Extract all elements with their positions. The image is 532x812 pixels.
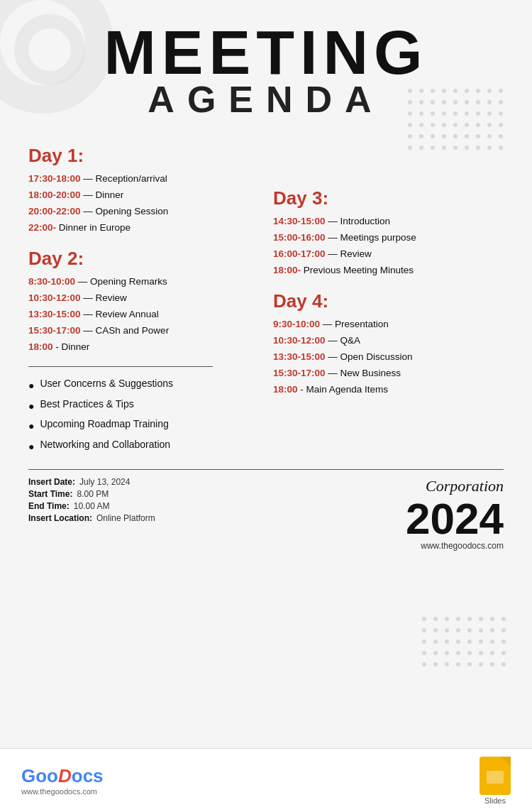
desc: — Presentation bbox=[320, 319, 389, 329]
goodocs-brand-name: GooDocs bbox=[21, 765, 104, 787]
svg-point-30 bbox=[442, 123, 446, 127]
desc: — CASh and Power bbox=[81, 325, 170, 336]
schedule-item: 18:00-20:00 — Dinner bbox=[28, 187, 259, 204]
schedule-item: 18:00 - Dinner bbox=[28, 339, 259, 356]
svg-point-74 bbox=[467, 640, 472, 644]
dot-pattern-br bbox=[419, 613, 511, 677]
svg-point-61 bbox=[501, 617, 506, 621]
svg-point-33 bbox=[476, 123, 480, 127]
goodocs-logo: GooDocs www.thegoodocs.com bbox=[21, 765, 104, 796]
svg-point-63 bbox=[433, 628, 438, 632]
desc: — New Business bbox=[326, 368, 401, 378]
time: 13:30-15:00 bbox=[28, 309, 81, 319]
svg-point-88 bbox=[445, 662, 449, 666]
time: 18:00- bbox=[273, 265, 301, 275]
slides-icon-wrap: Slides bbox=[480, 757, 511, 805]
svg-point-66 bbox=[467, 628, 472, 632]
title-agenda: AGENDA bbox=[28, 78, 504, 121]
year-text: 2024 bbox=[406, 497, 504, 541]
schedule-item: 18:00 - Main Agenda Items bbox=[273, 382, 504, 398]
bullet-item: Best Practices & Tips bbox=[28, 396, 259, 416]
day2-schedule: 8:30-10:00 — Opening Remarks10:30-12:00 … bbox=[28, 274, 259, 356]
field-label: End Time: bbox=[28, 501, 70, 511]
footer-field: End Time:10.00 AM bbox=[28, 501, 259, 511]
time: 10:30-12:00 bbox=[273, 335, 326, 346]
svg-point-67 bbox=[479, 628, 483, 632]
desc: — Reception/arrival bbox=[81, 173, 167, 184]
time: 9:30-10:00 bbox=[273, 319, 320, 329]
field-label: Start Time: bbox=[28, 489, 72, 499]
schedule-item: 15:30-17:00 — CASh and Power bbox=[28, 323, 259, 339]
goodocs-url: www.thegoodocs.com bbox=[21, 787, 104, 796]
schedule-item: 14:30-15:00 — Introduction bbox=[273, 214, 504, 230]
svg-point-55 bbox=[433, 617, 438, 621]
day3-schedule: 14:30-15:00 — Introduction15:00-16:00 — … bbox=[273, 214, 504, 279]
svg-point-85 bbox=[501, 651, 506, 655]
content-grid: Day 1: 17:30-18:00 — Reception/arrival18… bbox=[28, 133, 504, 456]
left-column: Day 1: 17:30-18:00 — Reception/arrival18… bbox=[28, 133, 259, 456]
schedule-item: 17:30-18:00 — Reception/arrival bbox=[28, 171, 259, 187]
svg-point-89 bbox=[456, 662, 460, 666]
slides-icon bbox=[480, 757, 511, 795]
footer-info: Insert Date:July 13, 2024Start Time:8.00… bbox=[28, 469, 504, 551]
svg-point-86 bbox=[422, 662, 426, 666]
svg-point-76 bbox=[490, 640, 494, 644]
field-value: July 13, 2024 bbox=[79, 477, 130, 487]
time: 22:00- bbox=[28, 222, 56, 233]
svg-point-70 bbox=[422, 640, 426, 644]
time: 20:00-22:00 bbox=[28, 206, 81, 216]
svg-point-83 bbox=[479, 651, 483, 655]
day4-schedule: 9:30-10:00 — Presentation10:30-12:00 — Q… bbox=[273, 317, 504, 398]
svg-point-75 bbox=[479, 640, 483, 644]
svg-point-57 bbox=[456, 617, 460, 621]
desc: Dinner in Europe bbox=[56, 222, 131, 233]
svg-point-92 bbox=[490, 662, 494, 666]
svg-point-65 bbox=[456, 628, 460, 632]
slides-label: Slides bbox=[484, 796, 506, 805]
svg-point-29 bbox=[431, 123, 435, 127]
svg-point-58 bbox=[467, 617, 472, 621]
schedule-item: 16:00-17:00 — Review bbox=[273, 246, 504, 263]
schedule-item: 22:00- Dinner in Europe bbox=[28, 220, 259, 236]
time: 15:00-16:00 bbox=[273, 232, 326, 243]
schedule-item: 15:30-17:00 — New Business bbox=[273, 366, 504, 382]
svg-point-84 bbox=[490, 651, 494, 655]
schedule-item: 15:00-16:00 — Meetings purpose bbox=[273, 230, 504, 246]
field-value: 10.00 AM bbox=[74, 501, 110, 511]
schedule-item: 13:30-15:00 — Open Discussion bbox=[273, 349, 504, 366]
time: 15:30-17:00 bbox=[28, 325, 81, 336]
time: 16:00-17:00 bbox=[273, 248, 326, 259]
desc: — Review Annual bbox=[81, 309, 159, 319]
day4-title: Day 4: bbox=[273, 290, 504, 312]
day1-schedule: 17:30-18:00 — Reception/arrival18:00-20:… bbox=[28, 171, 259, 236]
bullet-item: Upcoming Roadmap Training bbox=[28, 416, 259, 436]
svg-point-87 bbox=[433, 662, 438, 666]
footer-left: Insert Date:July 13, 2024Start Time:8.00… bbox=[28, 477, 259, 551]
schedule-item: 8:30-10:00 — Opening Remarks bbox=[28, 274, 259, 290]
svg-point-68 bbox=[490, 628, 494, 632]
svg-point-93 bbox=[501, 662, 506, 666]
desc: — Opening Remarks bbox=[75, 276, 167, 287]
header: MEETING AGENDA bbox=[28, 21, 504, 121]
goo-text: Goo bbox=[21, 765, 58, 787]
desc: — Open Discussion bbox=[326, 351, 413, 362]
svg-point-80 bbox=[445, 651, 449, 655]
svg-point-56 bbox=[445, 617, 449, 621]
svg-point-64 bbox=[445, 628, 449, 632]
svg-point-78 bbox=[422, 651, 426, 655]
footer-field: Insert Date:July 13, 2024 bbox=[28, 477, 259, 487]
svg-point-73 bbox=[456, 640, 460, 644]
divider bbox=[28, 366, 213, 367]
svg-point-69 bbox=[501, 628, 506, 632]
desc: — Q&A bbox=[326, 335, 361, 346]
footer-website: www.thegoodocs.com bbox=[421, 541, 504, 551]
schedule-item: 10:30-12:00 — Review bbox=[28, 290, 259, 307]
time: 17:30-18:00 bbox=[28, 173, 81, 184]
day2-title: Day 2: bbox=[28, 248, 259, 270]
svg-point-34 bbox=[487, 123, 492, 127]
svg-point-59 bbox=[479, 617, 483, 621]
svg-point-28 bbox=[419, 123, 423, 127]
svg-point-60 bbox=[490, 617, 494, 621]
svg-point-32 bbox=[465, 123, 469, 127]
field-value: 8.00 PM bbox=[77, 489, 109, 499]
